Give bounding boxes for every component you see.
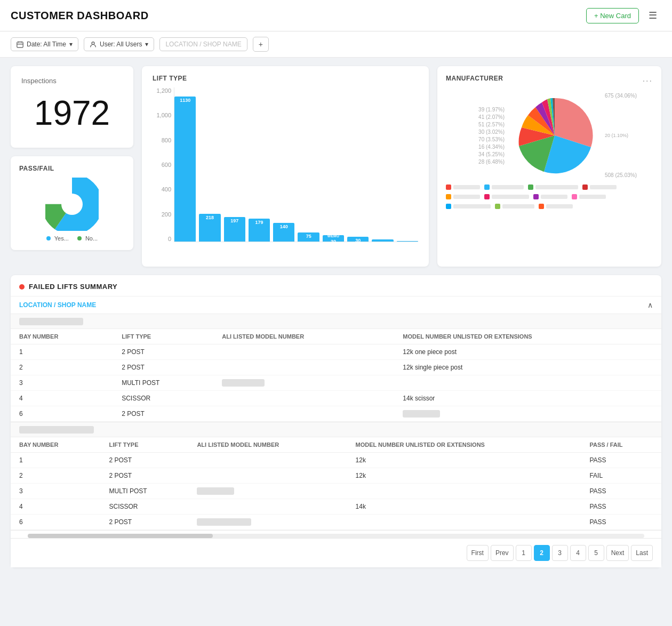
no-legend-item: No... (77, 235, 98, 242)
yes-dot (46, 236, 51, 240)
pass-fail-widget: PASS/FAIL Yes... (11, 156, 133, 250)
prev-page-button[interactable]: Prev (491, 545, 514, 561)
mfr-center-legend: 20 (1.10%) (605, 133, 653, 138)
inspections-label: Inspections (21, 77, 123, 85)
user-icon (90, 41, 97, 48)
date-filter-label: Date: All Time (27, 41, 66, 48)
table2-container: BAY NUMBER LIFT TYPE ALI LISTED MODEL NU… (11, 437, 661, 530)
page-1-button[interactable]: 1 (516, 545, 532, 561)
mfr-right-bottom: 508 (25.03%) (605, 172, 653, 178)
location-chevron-icon: ∧ (647, 301, 653, 309)
table1-head: BAY NUMBER LIFT TYPE ALI LISTED MODEL NU… (11, 329, 661, 344)
bar-8: 30 (347, 87, 369, 242)
mfr-pie-chart (509, 93, 601, 178)
top-widgets-row: Inspections 1972 PASS/FAIL (11, 66, 661, 267)
svg-point-7 (61, 194, 83, 215)
last-label: Last (636, 549, 648, 557)
table-row: 1 2 POST 12k PASS (11, 453, 661, 468)
user-filter[interactable]: User: All Users ▾ (84, 37, 154, 51)
bar-5: 140 (273, 87, 294, 242)
bar-1: 1130 (174, 87, 196, 242)
lift-type-chart: 1,200 1,000 800 600 400 200 0 1130 (153, 87, 418, 258)
next-page-button[interactable]: Next (606, 545, 629, 561)
table2-location-name: ████████████████ (19, 426, 94, 434)
col2-lift-type: LIFT TYPE (100, 437, 188, 453)
header-actions: + New Card ☰ (586, 7, 661, 23)
bar-7: WEMU 30 (323, 87, 344, 242)
table-row: 3 MULTI POST ████████ (11, 375, 661, 391)
pagination-bar: First Prev 1 2 3 4 5 Next (11, 538, 661, 567)
table-row: 6 2 POST ████████████ PASS (11, 515, 661, 530)
horizontal-scrollbar[interactable] (28, 534, 644, 538)
first-label: First (471, 549, 484, 557)
location-filter-label: LOCATION / SHOP NAME (165, 41, 241, 48)
page-2-button[interactable]: 2 (534, 545, 550, 561)
mfr-right-top: 675 (34.06%) (605, 93, 653, 99)
table2-section: ████████████████ BAY NUMBER LIFT TYPE AL… (11, 422, 661, 531)
table-row: 1 2 POST 12k one piece post (11, 344, 661, 360)
menu-button[interactable]: ☰ (644, 7, 661, 23)
failed-lifts-title: FAILED LIFTS SUMMARY (29, 283, 117, 291)
bar-9 (372, 87, 393, 242)
lift-type-widget: LIFT TYPE 1,200 1,000 800 600 400 200 0 (142, 66, 429, 267)
prev-label: Prev (495, 549, 509, 557)
page-3-button[interactable]: 3 (552, 545, 568, 561)
table1-body: 1 2 POST 12k one piece post 2 2 POST 12k… (11, 344, 661, 422)
header: CUSTOMER DASHBOARD + New Card ☰ (0, 0, 672, 31)
mfr-title: MANUFACTURER (446, 75, 503, 82)
left-widgets-col: Inspections 1972 PASS/FAIL (11, 66, 133, 267)
new-card-button[interactable]: + New Card (586, 8, 639, 23)
table1-location-header: ████████████ (11, 314, 661, 329)
mfr-bottom-legend (446, 184, 653, 209)
mfr-right-legend: 675 (34.06%) 20 (1.10%) 508 (25.03%) (605, 93, 653, 178)
table2: BAY NUMBER LIFT TYPE ALI LISTED MODEL NU… (11, 437, 661, 530)
table-row: 2 2 POST 12k single piece post (11, 360, 661, 375)
pass-fail-chart: Yes... No... (19, 178, 125, 242)
location-filter[interactable]: LOCATION / SHOP NAME (159, 37, 247, 51)
date-chevron-icon: ▾ (69, 41, 73, 48)
page-4-button[interactable]: 4 (570, 545, 586, 561)
last-page-button[interactable]: Last (631, 545, 653, 561)
add-filter-button[interactable]: + (253, 37, 269, 52)
location-column-label: LOCATION / SHOP NAME (19, 301, 96, 309)
manufacturer-more-button[interactable]: ··· (643, 76, 653, 86)
new-card-label: + New Card (594, 12, 631, 20)
table1: BAY NUMBER LIFT TYPE ALI LISTED MODEL NU… (11, 329, 661, 422)
bar-3: 197 (224, 87, 245, 242)
failed-lifts-section: FAILED LIFTS SUMMARY LOCATION / SHOP NAM… (11, 275, 661, 567)
bar-10 (397, 87, 418, 242)
failed-lifts-header: FAILED LIFTS SUMMARY (11, 275, 661, 296)
bar-6: 75 (298, 87, 319, 242)
yes-legend-item: Yes... (46, 235, 69, 242)
table2-body: 1 2 POST 12k PASS 2 2 POST 12k FAIL (11, 453, 661, 530)
col2-ali-model: ALI LISTED MODEL NUMBER (188, 437, 347, 453)
calendar-icon (17, 41, 23, 48)
svg-point-4 (92, 42, 94, 44)
table-row: 4 SCISSOR 14k PASS (11, 499, 661, 515)
inspections-count: 1972 (21, 89, 123, 137)
filter-bar: Date: All Time ▾ User: All Users ▾ LOCAT… (0, 31, 672, 58)
page-5-button[interactable]: 5 (588, 545, 604, 561)
next-label: Next (611, 549, 625, 557)
table1-header-row: BAY NUMBER LIFT TYPE ALI LISTED MODEL NU… (11, 329, 661, 344)
user-chevron-icon: ▾ (145, 41, 148, 48)
scrollbar-thumb (28, 534, 213, 538)
hamburger-icon: ☰ (649, 10, 657, 21)
horizontal-scrollbar-area (11, 531, 661, 538)
date-filter[interactable]: Date: All Time ▾ (11, 37, 78, 51)
location-filter-row: LOCATION / SHOP NAME ∧ (11, 296, 661, 314)
col2-bay: BAY NUMBER (11, 437, 100, 453)
col2-model-unlisted: MODEL NUMBER UNLISTED OR EXTENSIONS (347, 437, 581, 453)
mfr-body: 39 (1.97%) 41 (2.07%) 51 (2.57%) 30 (3.0… (446, 93, 653, 178)
table1-section: ████████████ BAY NUMBER LIFT TYPE ALI LI… (11, 314, 661, 422)
bars-container: 1130 218 197 1 (174, 87, 418, 242)
first-page-button[interactable]: First (467, 545, 489, 561)
col2-pass-fail: PASS / FAIL (581, 437, 661, 453)
table1-location-name: ████████████ (19, 318, 83, 325)
svg-rect-0 (17, 42, 23, 47)
bar-4: 179 (249, 87, 270, 242)
failed-lifts-indicator (19, 284, 25, 290)
col-model-unlisted: MODEL NUMBER UNLISTED OR EXTENSIONS (394, 329, 661, 344)
manufacturer-widget: MANUFACTURER ··· 39 (1.97%) 41 (2.07%) 5… (437, 66, 661, 267)
bar-2: 218 (199, 87, 220, 242)
